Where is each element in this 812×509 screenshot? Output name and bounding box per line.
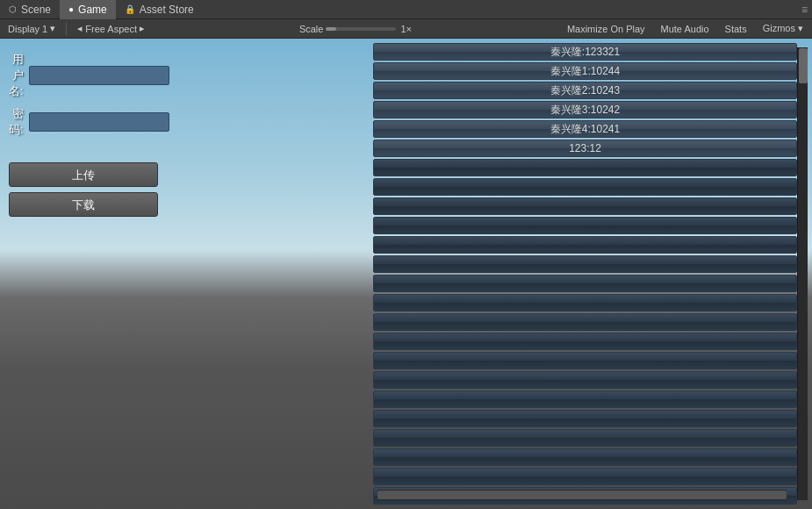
tab-game-label: Game [78, 4, 107, 16]
list-row[interactable] [373, 371, 797, 389]
list-row[interactable] [373, 159, 797, 176]
tab-asset-store-label: Asset Store [140, 4, 194, 16]
password-label: 密 码: [9, 106, 24, 138]
tab-game[interactable]: ● Game [60, 0, 116, 19]
scrollbar[interactable] [797, 47, 808, 500]
scale-label: Scale [299, 24, 324, 34]
main-area: 用户名: 密 码: 上传 下载 秦兴隆:123321秦兴隆1:10244秦兴隆2… [0, 39, 812, 509]
list-rows: 秦兴隆:123321秦兴隆1:10244秦兴隆2:10243秦兴隆3:10242… [373, 43, 797, 505]
password-row: 密 码: [9, 106, 158, 138]
lock-icon: 🔒 [125, 4, 135, 14]
list-row[interactable] [373, 391, 797, 408]
list-row[interactable]: 秦兴隆3:10242 [373, 101, 797, 118]
display-selector[interactable]: Display 1 ▾ [4, 22, 59, 35]
list-row[interactable]: 秦兴隆2:10243 [373, 82, 797, 99]
aspect-label: Free Aspect [85, 24, 137, 34]
list-row[interactable] [373, 352, 797, 369]
game-icon: ● [68, 4, 74, 14]
scale-value: 1× [400, 24, 412, 34]
password-input[interactable] [29, 112, 169, 132]
game-view: 用户名: 密 码: 上传 下载 秦兴隆:123321秦兴隆1:10244秦兴隆2… [0, 39, 812, 509]
bottom-scrollbar[interactable] [377, 490, 787, 500]
list-container: 秦兴隆:123321秦兴隆1:10244秦兴隆2:10243秦兴隆3:10242… [373, 43, 808, 505]
list-row[interactable]: 秦兴隆:123321 [373, 43, 797, 61]
list-panel: 秦兴隆:123321秦兴隆1:10244秦兴隆2:10243秦兴隆3:10242… [373, 39, 812, 509]
list-row[interactable] [373, 197, 797, 215]
bottom-thumb[interactable] [377, 491, 787, 499]
list-row[interactable] [373, 255, 797, 273]
upload-button[interactable]: 上传 [9, 162, 158, 187]
list-row[interactable] [373, 410, 797, 427]
tab-bar: ⬡ Scene ● Game 🔒 Asset Store ≡ [0, 0, 812, 19]
tab-scene-label: Scene [21, 4, 51, 16]
list-row[interactable] [373, 313, 797, 331]
toolbar-center: Scale 1× [155, 24, 556, 34]
gizmos-btn[interactable]: Gizmos ▾ [758, 22, 808, 35]
toolbar-right: Maximize On Play Mute Audio Stats Gizmos… [563, 22, 808, 35]
gizmos-chevron-icon: ▾ [798, 23, 803, 33]
list-row[interactable]: 秦兴隆1:10244 [373, 62, 797, 80]
list-row[interactable] [373, 236, 797, 254]
list-row[interactable] [373, 429, 797, 447]
aspect-selector[interactable]: ◂ Free Aspect ▸ [74, 22, 148, 35]
list-row[interactable] [373, 178, 797, 196]
username-label: 用户名: [9, 52, 24, 99]
list-row[interactable] [373, 275, 797, 292]
username-input[interactable] [29, 66, 169, 85]
list-row[interactable]: 秦兴隆4:10241 [373, 120, 797, 138]
list-row[interactable] [373, 448, 797, 466]
display-label: Display 1 [8, 24, 47, 34]
tab-scene[interactable]: ⬡ Scene [0, 0, 60, 19]
scrollbar-thumb[interactable] [799, 48, 808, 83]
aspect-chevron-right-icon: ▸ [140, 23, 145, 34]
stats-btn[interactable]: Stats [721, 23, 751, 35]
mute-btn[interactable]: Mute Audio [657, 23, 714, 35]
left-panel: 用户名: 密 码: 上传 下载 [9, 52, 158, 217]
list-row[interactable] [373, 217, 797, 234]
scene-icon: ⬡ [9, 4, 17, 14]
display-chevron-icon: ▾ [50, 23, 55, 34]
tab-options-icon[interactable]: ≡ [801, 4, 808, 16]
list-row[interactable] [373, 468, 797, 485]
btn-row: 上传 下载 [9, 162, 158, 217]
list-row[interactable] [373, 294, 797, 312]
username-row: 用户名: [9, 52, 158, 99]
aspect-chevron-left-icon: ◂ [77, 23, 83, 34]
maximize-btn[interactable]: Maximize On Play [563, 23, 650, 35]
tab-asset-store[interactable]: 🔒 Asset Store [116, 0, 203, 19]
download-button[interactable]: 下载 [9, 192, 158, 217]
list-row[interactable]: 123:12 [373, 140, 797, 157]
toolbar-separator-1 [66, 23, 67, 35]
scale-track[interactable] [326, 27, 396, 31]
list-row[interactable] [373, 333, 797, 350]
toolbar: Display 1 ▾ ◂ Free Aspect ▸ Scale 1× Max… [0, 19, 812, 39]
scale-fill [326, 27, 336, 31]
